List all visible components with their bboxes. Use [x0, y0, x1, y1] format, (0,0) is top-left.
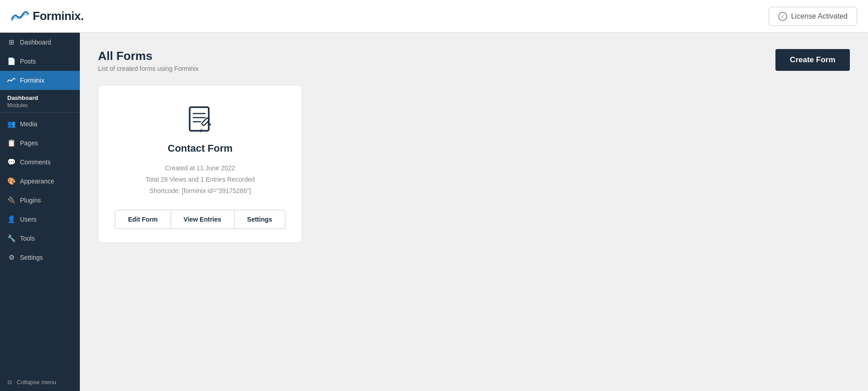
settings-icon: ⚙ [7, 253, 15, 262]
settings-button[interactable]: Settings [235, 210, 285, 228]
sidebar-label-appearance: Appearance [20, 178, 54, 185]
sidebar-dashboard-modules-header: Dashboard Modules [0, 90, 80, 110]
sidebar-label-dashboard: Dashboard [20, 39, 51, 46]
media-icon: 👥 [7, 120, 15, 128]
sidebar-label-media: Media [20, 120, 37, 128]
sidebar-label-settings: Settings [20, 254, 43, 261]
form-card-name: Contact Form [168, 143, 233, 154]
logo-icon [11, 10, 29, 23]
form-shortcode: Shortcode: [forminix id="39175286"] [146, 185, 255, 197]
license-check-icon: ✓ [778, 12, 787, 21]
sidebar-label-pages: Pages [20, 139, 38, 147]
page-subtitle: List of created forms using Forminix [98, 65, 199, 72]
pages-icon: 📋 [7, 139, 15, 147]
main-content: All Forms List of created forms using Fo… [80, 33, 868, 391]
sidebar-item-appearance[interactable]: 🎨 Appearance [0, 172, 80, 191]
license-badge: ✓ License Activated [769, 7, 857, 26]
sidebar-label-posts: Posts [20, 58, 36, 65]
sidebar-item-dashboard[interactable]: ⊞ Dashboard [0, 33, 80, 52]
form-card-icon [184, 104, 216, 135]
form-stats: Total 28 Views and 1 Entries Recorded [146, 174, 255, 185]
plugins-icon: 🔌 [7, 196, 15, 204]
sidebar-item-tools[interactable]: 🔧 Tools [0, 229, 80, 248]
view-entries-button[interactable]: View Entries [171, 210, 235, 228]
sidebar-item-plugins[interactable]: 🔌 Plugins [0, 191, 80, 210]
sidebar-section-dashboard-title: Dashboard [7, 94, 38, 101]
license-label: License Activated [791, 12, 848, 20]
logo-area: Forminix. [11, 9, 84, 23]
sidebar-label-comments: Comments [20, 158, 51, 166]
sidebar-item-pages[interactable]: 📋 Pages [0, 134, 80, 153]
sidebar-label-plugins: Plugins [20, 197, 41, 204]
page-title-group: All Forms List of created forms using Fo… [98, 49, 199, 72]
sidebar-divider-1 [0, 112, 80, 113]
posts-icon: 📄 [7, 57, 15, 65]
page-title: All Forms [98, 49, 199, 63]
form-card-meta: Created at 11 June 2022 Total 28 Views a… [146, 163, 255, 197]
sidebar-item-forminix[interactable]: Forminix [0, 71, 80, 90]
collapse-icon: ⊙ [7, 379, 12, 386]
sidebar-section-modules-sub: Modules [7, 102, 28, 109]
edit-form-button[interactable]: Edit Form [115, 210, 171, 228]
sidebar: ⊞ Dashboard 📄 Posts Forminix Dashboard M… [0, 33, 80, 391]
sidebar-item-comments[interactable]: 💬 Comments [0, 153, 80, 172]
sidebar-item-users[interactable]: 👤 Users [0, 210, 80, 229]
sidebar-label-forminix: Forminix [20, 77, 44, 84]
form-card-actions: Edit Form View Entries Settings [115, 210, 285, 229]
forminix-icon [7, 76, 15, 84]
users-icon: 👤 [7, 215, 15, 223]
sidebar-label-tools: Tools [20, 235, 35, 242]
appearance-icon: 🎨 [7, 177, 15, 185]
form-created-date: Created at 11 June 2022 [146, 163, 255, 174]
collapse-label: Collapse menu [17, 379, 56, 386]
form-card-contact: Contact Form Created at 11 June 2022 Tot… [98, 85, 302, 243]
sidebar-item-settings[interactable]: ⚙ Settings [0, 248, 80, 267]
logo-text: Forminix. [33, 9, 84, 23]
tools-icon: 🔧 [7, 234, 15, 243]
dashboard-icon: ⊞ [7, 38, 15, 46]
sidebar-label-users: Users [20, 216, 37, 223]
create-form-button[interactable]: Create Form [775, 49, 850, 71]
layout: ⊞ Dashboard 📄 Posts Forminix Dashboard M… [0, 33, 868, 391]
page-header: All Forms List of created forms using Fo… [98, 49, 850, 72]
comments-icon: 💬 [7, 158, 15, 166]
top-header: Forminix. ✓ License Activated [0, 0, 868, 33]
sidebar-item-posts[interactable]: 📄 Posts [0, 52, 80, 71]
sidebar-item-media[interactable]: 👥 Media [0, 114, 80, 134]
sidebar-collapse-button[interactable]: ⊙ Collapse menu [0, 373, 80, 391]
